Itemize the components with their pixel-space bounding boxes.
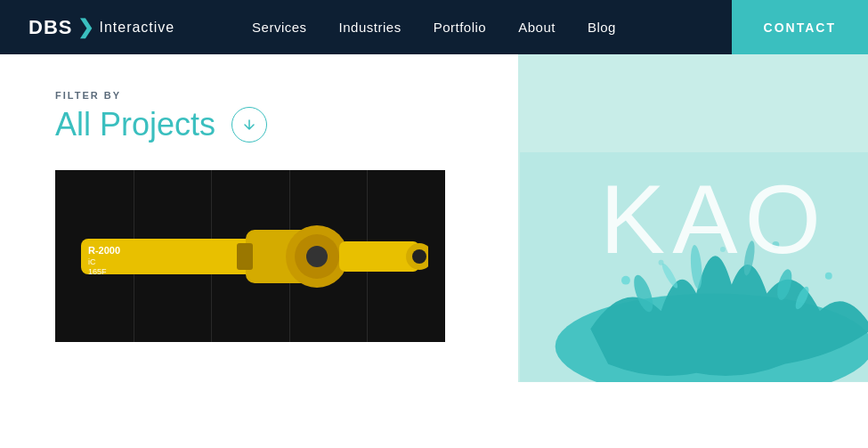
logo-dbs: DBS [28, 16, 72, 39]
right-panel: KAO [518, 54, 868, 382]
svg-rect-8 [237, 243, 253, 270]
nav-portfolio[interactable]: Portfolio [434, 20, 487, 35]
svg-point-4 [306, 246, 328, 267]
logo[interactable]: DBS ❯ Interactive [28, 16, 174, 39]
svg-point-20 [621, 276, 630, 285]
nav-blog[interactable]: Blog [588, 20, 616, 35]
svg-point-7 [412, 249, 426, 264]
logo-interactive: Interactive [99, 20, 174, 36]
filter-dropdown-button[interactable] [231, 107, 267, 143]
svg-text:165F: 165F [88, 267, 107, 276]
svg-rect-0 [81, 239, 259, 274]
svg-text:R-2000: R-2000 [88, 245, 120, 256]
logo-chevron-icon: ❯ [77, 16, 93, 39]
chevron-down-icon [243, 118, 256, 131]
svg-text:iC: iC [88, 257, 96, 266]
nav-about[interactable]: About [518, 20, 556, 35]
nav-services[interactable]: Services [252, 20, 307, 35]
main-content: FILTER BY All Projects [0, 54, 868, 382]
project-robot-image[interactable]: R-2000 iC 165F [55, 170, 445, 342]
contact-button[interactable]: CONTACT [732, 0, 868, 54]
project-kao-image[interactable]: KAO [518, 54, 868, 382]
robot-arm-svg: R-2000 iC 165F [72, 190, 428, 323]
kao-title: KAO [600, 162, 828, 275]
filter-label: FILTER BY [55, 90, 491, 101]
site-header: DBS ❯ Interactive Services Industries Po… [0, 0, 868, 54]
main-nav: Services Industries Portfolio About Blog [252, 20, 616, 35]
filter-title: All Projects [55, 106, 215, 143]
filter-title-row: All Projects [55, 106, 491, 143]
nav-industries[interactable]: Industries [339, 20, 402, 35]
left-panel: FILTER BY All Projects [55, 90, 491, 382]
